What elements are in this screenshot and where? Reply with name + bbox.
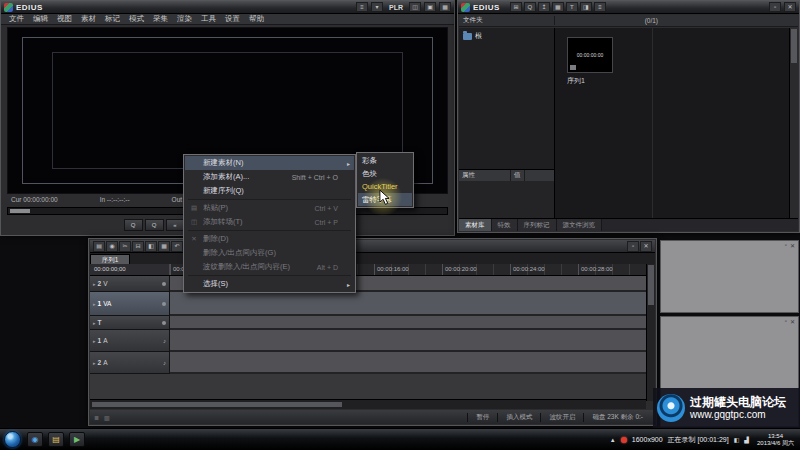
- tab-sequence-marks[interactable]: 序列标记: [518, 219, 557, 231]
- clip-name-label[interactable]: 序列1: [567, 76, 585, 86]
- taskbar-app-icon[interactable]: ▤: [48, 432, 64, 447]
- dropdown-icon[interactable]: ▾: [371, 2, 383, 12]
- tray-clock[interactable]: 13:54 2013/4/6 周六: [754, 433, 797, 447]
- menu-item-select[interactable]: 选择(S) ▸: [185, 277, 354, 291]
- menu-item-add-clip[interactable]: 添加素材(A)... Shift + Ctrl + O: [185, 170, 354, 184]
- speaker-icon[interactable]: ♪: [163, 338, 166, 344]
- pin-icon[interactable]: ▫: [785, 242, 787, 249]
- close-icon[interactable]: ✕: [790, 242, 795, 249]
- pin-icon[interactable]: ▫: [627, 241, 639, 252]
- bin-scrollbar[interactable]: [789, 28, 798, 219]
- menubar-item[interactable]: 工具: [201, 14, 216, 24]
- close-icon[interactable]: ✕: [640, 241, 652, 252]
- grid-view-icon[interactable]: ▦: [439, 2, 451, 12]
- track-lane-t[interactable]: [170, 316, 646, 330]
- bin-tool-icon[interactable]: ▦: [552, 2, 564, 12]
- taskbar-app-icon[interactable]: ◉: [27, 432, 43, 447]
- timeline-tool-icon[interactable]: ◧: [145, 241, 157, 252]
- timeline-tool-icon[interactable]: ⊟: [132, 241, 144, 252]
- tab-bin[interactable]: 素材库: [459, 219, 492, 231]
- layout-icon[interactable]: ≡: [356, 2, 368, 12]
- show-hidden-icons-icon[interactable]: ▲: [610, 437, 616, 443]
- tab-effects[interactable]: 特效: [492, 219, 518, 231]
- network-icon[interactable]: ▟: [744, 436, 749, 443]
- menu-item-delete-in-out[interactable]: 删除入/出点间内容(G): [185, 246, 354, 260]
- status-ripple[interactable]: 波纹开启: [540, 413, 583, 422]
- menubar-item[interactable]: 素材: [81, 14, 96, 24]
- timeline-horizontal-scrollbar[interactable]: [90, 399, 646, 409]
- track-lane-2a[interactable]: [170, 352, 646, 374]
- menu-item-add-transition[interactable]: ◫ 添加转场(T) Ctrl + P: [185, 215, 354, 229]
- track-lane-1a[interactable]: [170, 330, 646, 352]
- bin-tool-icon[interactable]: ≡: [594, 2, 606, 12]
- track-enable-icon[interactable]: [162, 302, 166, 306]
- menubar-item[interactable]: 视图: [57, 14, 72, 24]
- menubar-item[interactable]: 帮助: [249, 14, 264, 24]
- menubar-item[interactable]: 文件: [9, 14, 24, 24]
- menubar-item[interactable]: 渲染: [177, 14, 192, 24]
- track-header-1va[interactable]: ▸ 1 VA: [90, 292, 170, 316]
- sequence-tab[interactable]: 序列1: [90, 254, 130, 264]
- expand-icon[interactable]: ▸: [93, 320, 96, 326]
- bin-tool-icon[interactable]: ↥: [538, 2, 550, 12]
- pin-icon[interactable]: ▫: [785, 318, 787, 325]
- track-header-t[interactable]: ▸ T: [90, 316, 170, 330]
- timeline-tool-icon[interactable]: ▦: [158, 241, 170, 252]
- close-icon[interactable]: ✕: [784, 2, 796, 12]
- menu-item-ripple-delete-in-out[interactable]: 波纹删除入/出点间内容(E) Alt + D: [185, 260, 354, 274]
- bin-clip-view[interactable]: 00:00:00:00 序列1: [555, 28, 791, 219]
- submenu-item-color-bars[interactable]: 彩条: [358, 154, 412, 167]
- transport-button[interactable]: «: [166, 219, 185, 231]
- single-view-icon[interactable]: ▣: [424, 2, 436, 12]
- expand-icon[interactable]: ▸: [93, 301, 96, 307]
- submenu-item-color-matte[interactable]: 色块: [358, 167, 412, 180]
- menubar-item[interactable]: 采集: [153, 14, 168, 24]
- bin-tool-icon[interactable]: T: [566, 2, 578, 12]
- timeline-vertical-scrollbar[interactable]: [646, 264, 655, 401]
- track-header-2v[interactable]: ▸ 2 V: [90, 276, 170, 292]
- transport-button[interactable]: Q: [124, 219, 143, 231]
- volume-icon[interactable]: ◧: [734, 436, 740, 443]
- track-enable-icon[interactable]: [162, 321, 166, 325]
- value-column-header[interactable]: 值: [511, 170, 525, 181]
- player-titlebar[interactable]: EDIUS ≡ ▾ PLR ◫ ▣ ▦: [1, 1, 454, 14]
- menu-item-paste[interactable]: ▤ 粘贴(P) Ctrl + V: [185, 201, 354, 215]
- pin-icon[interactable]: ▫: [769, 2, 781, 12]
- recorder-tray-icon[interactable]: [621, 437, 627, 443]
- bin-tool-icon[interactable]: ◨: [580, 2, 592, 12]
- menu-item-new-sequence[interactable]: 新建序列(Q): [185, 184, 354, 198]
- start-button[interactable]: [4, 431, 21, 448]
- expand-icon[interactable]: ▸: [93, 281, 96, 287]
- track-header-2a[interactable]: ▸ 2 A ♪: [90, 352, 170, 374]
- menu-item-new-clip[interactable]: 新建素材(N) ▸: [185, 156, 354, 170]
- dual-view-icon[interactable]: ◫: [409, 2, 421, 12]
- expand-icon[interactable]: ▸: [93, 338, 96, 344]
- clip-thumbnail[interactable]: 00:00:00:00: [567, 37, 613, 73]
- bin-tool-icon[interactable]: Q: [524, 2, 536, 12]
- menubar-item[interactable]: 标记: [105, 14, 120, 24]
- expand-icon[interactable]: ▸: [93, 360, 96, 366]
- timeline-tool-icon[interactable]: ▤: [93, 241, 105, 252]
- taskbar-app-icon[interactable]: ▶: [69, 432, 85, 447]
- close-icon[interactable]: ✕: [790, 318, 795, 325]
- timeline-tool-icon[interactable]: ◉: [106, 241, 118, 252]
- seek-handle[interactable]: [10, 209, 30, 213]
- track-header-1a[interactable]: ▸ 1 A ♪: [90, 330, 170, 352]
- bin-tool-icon[interactable]: ⊞: [510, 2, 522, 12]
- timeline-tool-icon[interactable]: ↶: [171, 241, 183, 252]
- menu-item-delete[interactable]: ✕ 删除(D): [185, 232, 354, 246]
- bin-titlebar[interactable]: EDIUS ⊞Q↥▦T◨≡ ▫ ✕: [458, 1, 799, 14]
- tree-node-root[interactable]: 根: [463, 31, 554, 41]
- property-column-header[interactable]: 属性: [459, 170, 511, 181]
- timeline-ruler[interactable]: 00:00:00;00 00:00:04:0000:00:08:0000:00:…: [90, 264, 646, 276]
- track-lane-1va[interactable]: [170, 292, 646, 316]
- speaker-icon[interactable]: ♪: [163, 360, 166, 366]
- menubar-item[interactable]: 模式: [129, 14, 144, 24]
- menubar-item[interactable]: 编辑: [33, 14, 48, 24]
- folder-column-header[interactable]: 文件夹: [459, 16, 555, 25]
- menubar-item[interactable]: 设置: [225, 14, 240, 24]
- status-edit-mode[interactable]: 插入模式: [497, 413, 540, 422]
- transport-button[interactable]: Q: [145, 219, 164, 231]
- track-enable-icon[interactable]: [162, 282, 166, 286]
- tab-source-browser[interactable]: 源文件浏览: [557, 219, 603, 231]
